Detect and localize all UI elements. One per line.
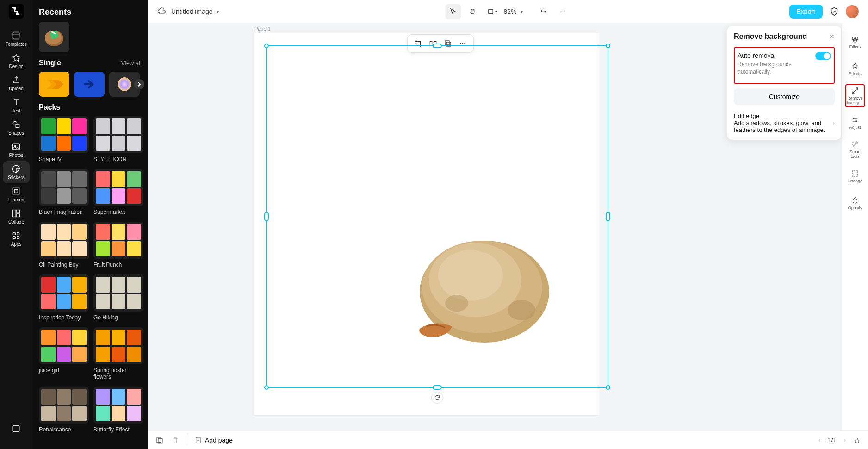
canvas-image-rock[interactable]: [392, 218, 563, 347]
pack-label: Go Hiking: [93, 314, 143, 321]
resize-handle-ml[interactable]: [264, 212, 269, 221]
zoom-level[interactable]: 82%: [502, 8, 518, 15]
select-tool[interactable]: [445, 4, 461, 19]
next-page-button[interactable]: ›: [844, 437, 846, 443]
design-icon: [12, 53, 21, 62]
pages-icon-button[interactable]: [155, 436, 164, 444]
pack-item: juice girl: [39, 327, 89, 380]
app-logo[interactable]: [9, 4, 24, 19]
pack-label: Supermarket: [93, 209, 143, 215]
nav-templates[interactable]: Templates: [3, 28, 30, 50]
edit-edge-button[interactable]: Edit edge Add shadows, strokes, glow, an…: [734, 112, 835, 133]
nav-shapes[interactable]: Shapes: [3, 117, 30, 139]
nav-apps[interactable]: Apps: [3, 228, 30, 250]
crop-tool[interactable]: ▾: [484, 4, 500, 19]
pack-thumb[interactable]: [39, 222, 89, 259]
pack-item: Spring poster flowers: [93, 327, 143, 380]
document-title: Untitled image: [171, 8, 213, 15]
add-page-button[interactable]: Add page: [195, 437, 233, 444]
svg-rect-40: [852, 171, 858, 176]
resize-handle-tr[interactable]: [606, 44, 610, 48]
right-nav-label: Arrange: [848, 179, 862, 184]
nav-label: Upload: [9, 86, 24, 91]
single-heading: Single: [39, 59, 61, 67]
cloud-sync-icon[interactable]: [157, 7, 166, 16]
document-title-button[interactable]: Untitled image ▾: [171, 8, 219, 15]
zoom-controls: ▾ 82% ▾: [484, 4, 522, 19]
nav-stickers[interactable]: Stickers: [3, 161, 30, 183]
edit-edge-subtitle: Add shadows, strokes, glow, and feathers…: [734, 119, 833, 133]
svg-rect-13: [17, 237, 19, 239]
shield-icon[interactable]: [829, 6, 839, 17]
svg-rect-14: [13, 425, 19, 432]
customize-button[interactable]: Customize: [734, 88, 835, 105]
hand-tool[interactable]: [465, 4, 480, 19]
pack-thumb[interactable]: [93, 274, 143, 312]
auto-removal-toggle[interactable]: [815, 52, 831, 60]
export-button[interactable]: Export: [789, 5, 823, 19]
selection-box[interactable]: [266, 45, 608, 388]
recent-sticker-thumb[interactable]: [39, 22, 69, 52]
left-settings-button[interactable]: [3, 418, 30, 440]
user-avatar[interactable]: [846, 5, 859, 18]
resize-handle-mt[interactable]: [433, 44, 442, 48]
right-nav-smart[interactable]: Smart tools: [845, 138, 865, 161]
pack-item: Inspiration Today: [39, 274, 89, 321]
single-section-head: Single View all: [39, 59, 142, 67]
pack-item: Renaissance: [39, 387, 89, 433]
right-nav-effects[interactable]: Effects: [845, 57, 865, 81]
right-nav-adjust[interactable]: Adjust: [845, 111, 865, 134]
pack-thumb[interactable]: [93, 116, 143, 153]
single-sticker-thumb[interactable]: [74, 72, 105, 97]
delete-page-button[interactable]: [171, 436, 180, 444]
redo-button[interactable]: [555, 4, 571, 19]
nav-frames[interactable]: Frames: [3, 183, 30, 206]
pack-thumb[interactable]: [39, 169, 89, 206]
prev-page-button[interactable]: ‹: [818, 437, 820, 443]
svg-point-32: [445, 295, 468, 312]
pack-thumb[interactable]: [93, 387, 143, 424]
right-nav-filters[interactable]: Filters: [845, 31, 865, 54]
svg-point-24: [460, 43, 461, 44]
right-nav-remove-bg[interactable]: Remove backgr…: [845, 84, 865, 107]
nav-label: Templates: [6, 42, 27, 47]
resize-handle-mr[interactable]: [606, 212, 610, 221]
lock-button[interactable]: [853, 437, 861, 444]
svg-point-39: [852, 144, 853, 145]
pack-item: STYLE ICON: [93, 116, 143, 162]
nav-upload[interactable]: Upload: [3, 72, 30, 94]
svg-point-30: [438, 250, 503, 301]
text-icon: [12, 98, 21, 107]
pack-label: Renaissance: [39, 426, 89, 433]
nav-text[interactable]: Text: [3, 94, 30, 117]
resize-handle-mb[interactable]: [433, 385, 442, 390]
zoom-chevron-icon[interactable]: ▾: [521, 9, 523, 14]
scroll-right-button[interactable]: [134, 79, 144, 89]
nav-label: Photos: [9, 153, 23, 158]
resize-handle-br[interactable]: [606, 385, 610, 390]
rotate-button[interactable]: [431, 392, 443, 404]
pack-thumb[interactable]: [39, 116, 89, 153]
pack-thumb[interactable]: [93, 327, 143, 364]
resize-handle-bl[interactable]: [264, 385, 269, 390]
pack-thumb[interactable]: [93, 169, 143, 206]
svg-point-36: [853, 118, 855, 119]
pack-thumb[interactable]: [39, 327, 89, 364]
pack-thumb[interactable]: [39, 274, 89, 312]
pack-label: Oil Painting Boy: [39, 262, 89, 268]
svg-point-26: [464, 43, 465, 44]
right-nav-arrange[interactable]: Arrange: [845, 165, 865, 188]
pack-thumb[interactable]: [39, 387, 89, 424]
nav-collage[interactable]: Collage: [3, 206, 30, 228]
close-panel-button[interactable]: ✕: [829, 33, 835, 40]
single-sticker-thumb[interactable]: [39, 72, 69, 97]
nav-photos[interactable]: Photos: [3, 139, 30, 161]
pack-thumb[interactable]: [93, 222, 143, 259]
undo-button[interactable]: [536, 4, 552, 19]
pack-item: Black Imagination: [39, 169, 89, 215]
nav-design[interactable]: Design: [3, 50, 30, 72]
resize-handle-tl[interactable]: [264, 44, 269, 48]
view-all-link[interactable]: View all: [121, 60, 142, 67]
right-nav-opacity[interactable]: Opacity: [845, 192, 865, 215]
collage-icon: [12, 209, 21, 218]
